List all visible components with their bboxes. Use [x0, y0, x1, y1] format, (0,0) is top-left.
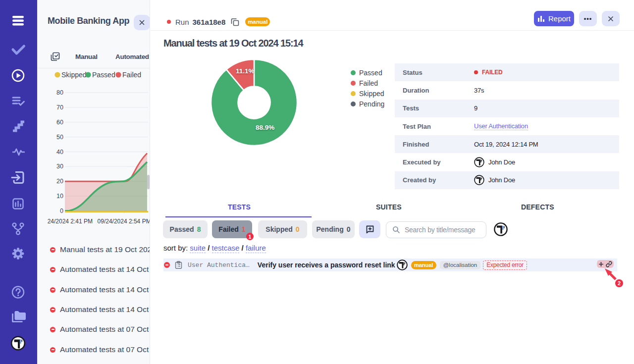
svg-text:40: 40 — [56, 149, 63, 156]
svg-text:30: 30 — [56, 163, 63, 170]
svg-text:50: 50 — [56, 134, 63, 141]
svg-text:80: 80 — [56, 89, 63, 96]
svg-text:70: 70 — [56, 104, 63, 111]
svg-text:60: 60 — [56, 119, 63, 126]
svg-text:Passed: Passed — [92, 71, 115, 79]
svg-text:10: 10 — [56, 193, 63, 200]
svg-text:20: 20 — [56, 178, 63, 185]
svg-text:09/24/2024 2:54 PM: 09/24/2024 2:54 PM — [98, 218, 150, 225]
svg-text:Skipped: Skipped — [61, 71, 87, 79]
svg-text:Failed: Failed — [122, 71, 141, 79]
svg-text:0: 0 — [60, 208, 63, 214]
